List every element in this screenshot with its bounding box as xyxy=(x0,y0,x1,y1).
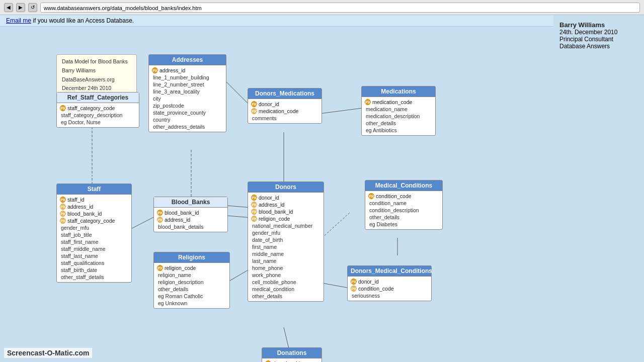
staff-fk1: PK address_id xyxy=(60,203,128,210)
pk-icon: PK xyxy=(157,210,163,216)
med-pk-code: PK medication_code xyxy=(365,99,432,106)
forward-button[interactable]: ▶ xyxy=(16,3,25,12)
entity-donors-medications: Donors_Medications PK donor_id PK medica… xyxy=(248,88,322,124)
pk-icon: PK xyxy=(251,101,257,107)
dm-pk-donor_id: PK donor_id xyxy=(251,101,318,108)
info-box: Data Model for Blood Banks Barry William… xyxy=(56,54,137,96)
fk-icon: PK xyxy=(60,211,66,217)
entity-medical-conditions: Medical_Conditions PK condition_code con… xyxy=(365,180,443,230)
email-bar: Email me if you would like an Access Dat… xyxy=(0,15,553,27)
entity-donations: Donations PK donation_id PK donor_id don… xyxy=(262,347,322,362)
religions-header: Religions xyxy=(154,252,229,263)
entity-blood-banks: Blood_Banks PK blood_bank_id PK address_… xyxy=(153,197,228,232)
fk-icon: PK xyxy=(351,286,357,292)
pk-icon: PK xyxy=(351,279,357,285)
info-line3: DataBaseAnswers.org xyxy=(61,75,132,84)
staff-body: PK staff_id PK address_id PK blood_bank_… xyxy=(57,195,131,282)
donations-header: Donations xyxy=(262,348,321,358)
dm-fk-medication_code: PK medication_code xyxy=(251,108,318,115)
rsc-pk: PK staff_category_code xyxy=(60,105,136,112)
reload-button[interactable]: ↺ xyxy=(28,3,37,12)
pk-icon: PK xyxy=(60,105,66,111)
fk-icon: PK xyxy=(251,216,257,222)
fk-icon: PK xyxy=(60,204,66,210)
svg-line-11 xyxy=(322,213,350,238)
medications-header: Medications xyxy=(362,86,435,97)
back-button[interactable]: ◀ xyxy=(4,3,13,12)
entity-staff: Staff PK staff_id PK address_id PK blood… xyxy=(56,184,132,283)
blood-banks-header: Blood_Banks xyxy=(154,197,227,208)
staff-header: Staff xyxy=(57,184,131,195)
medical-conditions-body: PK condition_code condition_name conditi… xyxy=(365,191,442,229)
pk-icon: PK xyxy=(368,193,374,199)
dmc-fk: PK condition_code xyxy=(351,285,428,292)
pk-icon: PK xyxy=(157,265,163,271)
entity-donors: Donors PK donor_id PK address_id PK bloo… xyxy=(248,182,324,302)
email-bar-text: if you would like an Access Database. xyxy=(33,17,134,24)
medical-conditions-header: Medical_Conditions xyxy=(365,180,442,191)
pk-icon: PK xyxy=(152,67,158,73)
author-title: Principal Consultant xyxy=(559,36,638,43)
donors-medications-body: PK donor_id PK medication_code comments xyxy=(248,99,321,123)
don-fk3: PK religion_code xyxy=(251,215,320,222)
staff-pk: PK staff_id xyxy=(60,196,128,203)
author-date: 24th. December 2010 xyxy=(559,29,638,36)
svg-line-13 xyxy=(322,283,350,288)
addresses-header: Addresses xyxy=(149,55,226,65)
mc-pk: PK condition_code xyxy=(368,193,439,200)
entity-medications: Medications PK medication_code medicatio… xyxy=(361,86,436,136)
entity-donors-medical-conditions: Donors_Medical_Conditions PK donor_id PK… xyxy=(347,265,432,301)
fk-icon: PK xyxy=(157,217,163,223)
info-line1: Data Model for Blood Banks xyxy=(61,57,132,66)
donors-medications-header: Donors_Medications xyxy=(248,88,321,99)
donations-body: PK donation_id PK donor_id donation_date xyxy=(262,358,321,362)
entity-religions: Religions PK religion_code religion_name… xyxy=(153,252,230,309)
addresses-pk-address_id: PK address_id xyxy=(152,67,223,74)
pk-icon: PK xyxy=(60,197,66,203)
medications-body: PK medication_code medication_name medic… xyxy=(362,97,435,135)
dmc-pk: PK donor_id xyxy=(351,278,428,285)
pk-icon: PK xyxy=(251,195,257,201)
fk-icon: PK xyxy=(60,218,66,224)
browser-bar: ◀ ▶ ↺ www.databaseanswers.org/data_model… xyxy=(0,0,644,15)
bb-fk: PK address_id xyxy=(157,216,224,223)
url-bar[interactable]: www.databaseanswers.org/data_models/bloo… xyxy=(40,3,640,13)
pk-icon: PK xyxy=(365,99,371,105)
fk-icon: PK xyxy=(251,209,257,215)
watermark: Screencast-O-Matic.com xyxy=(4,348,92,358)
don2-pk: PK donation_id xyxy=(265,360,318,362)
entity-addresses: Addresses PK address_id line_1_number_bu… xyxy=(148,54,226,132)
staff-fk2: PK blood_bank_id xyxy=(60,210,128,217)
ref-staff-header: Ref_Staff_Categories xyxy=(57,93,139,103)
religions-body: PK religion_code religion_name religion_… xyxy=(154,263,229,308)
don-fk2: PK blood_bank_id xyxy=(251,208,320,215)
don-pk: PK donor_id xyxy=(251,194,320,201)
staff-fk3: PK staff_category_code xyxy=(60,217,128,224)
info-line2: Barry Williams xyxy=(61,66,132,75)
diagram-area: ∞ xyxy=(0,27,553,358)
main-content: Email me if you would like an Access Dat… xyxy=(0,15,553,362)
donors-body: PK donor_id PK address_id PK blood_bank_… xyxy=(248,193,324,301)
fk-icon: PK xyxy=(251,108,257,114)
sidebar-right: Barry Williams 24th. December 2010 Princ… xyxy=(553,15,644,362)
author-name: Barry Williams xyxy=(559,21,638,29)
svg-line-14 xyxy=(284,327,289,348)
fk-icon: PK xyxy=(251,202,257,208)
dmc-header: Donors_Medical_Conditions xyxy=(348,266,431,277)
email-link[interactable]: Email me xyxy=(6,17,31,24)
dmc-body: PK donor_id PK condition_code seriousnes… xyxy=(348,277,431,301)
don-fk1: PK address_id xyxy=(251,201,320,208)
blood-banks-body: PK blood_bank_id PK address_id blood_ban… xyxy=(154,208,227,232)
author-company: Database Answers xyxy=(559,43,638,50)
bb-pk: PK blood_bank_id xyxy=(157,209,224,216)
entity-ref-staff-categories: Ref_Staff_Categories PK staff_category_c… xyxy=(56,92,139,128)
rel-pk: PK religion_code xyxy=(157,264,226,272)
ref-staff-body: PK staff_category_code staff_category_de… xyxy=(57,103,139,127)
donors-header: Donors xyxy=(248,182,324,193)
addresses-body: PK address_id line_1_number_building lin… xyxy=(149,65,226,132)
